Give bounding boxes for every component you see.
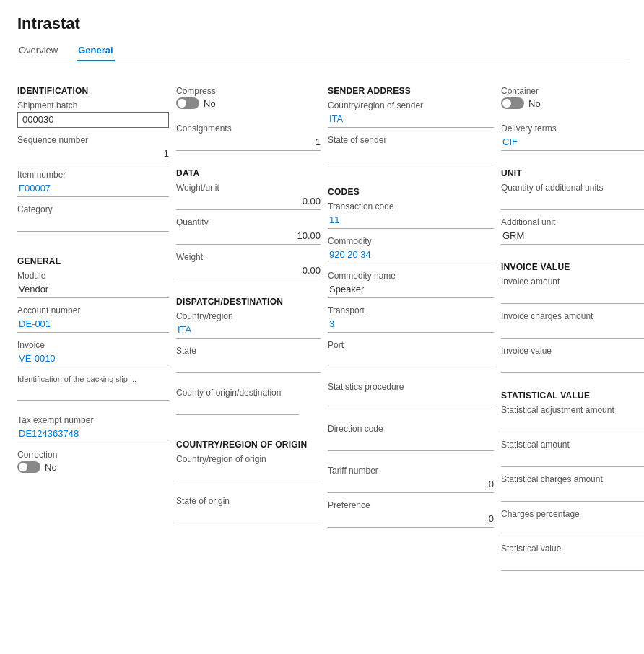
tariff-number-value: 0 <box>328 477 494 493</box>
consignments-field: Consignments 1 <box>176 123 321 151</box>
consignments-value: 1 <box>176 135 321 151</box>
page-title: Intrastat <box>17 14 627 33</box>
tab-overview[interactable]: Overview <box>17 40 59 61</box>
weight-value: 0.00 <box>176 263 321 279</box>
invoice-charges-value: 0.00 <box>501 323 644 339</box>
state-of-origin-field: State of origin <box>176 496 321 531</box>
state-of-origin-value <box>176 507 321 523</box>
module-value: Vendor <box>17 282 169 298</box>
compress-toggle[interactable] <box>176 97 199 109</box>
stat-adjustment-field: Statistical adjustment amount 0.00 <box>501 405 644 432</box>
transaction-code-value[interactable]: 11 <box>328 213 494 229</box>
port-field: Port <box>328 340 494 375</box>
direction-code-value <box>328 435 494 451</box>
identification-section: IDENTIFICATION <box>17 86 169 96</box>
delivery-terms-value[interactable]: CIF <box>501 135 644 151</box>
direction-code-field: Direction code <box>328 424 494 458</box>
invoice-charges-field: Invoice charges amount 0.00 <box>501 311 644 339</box>
account-number-value[interactable]: DE-001 <box>17 317 169 333</box>
transport-value[interactable]: 3 <box>328 317 494 333</box>
commodity-field: Commodity 920 20 34 <box>328 236 494 263</box>
preference-field: Preference 0 <box>328 500 494 528</box>
packing-slip-value <box>17 385 169 401</box>
compress-field: Compress No <box>176 86 321 116</box>
module-field: Module Vendor <box>17 271 169 298</box>
account-number-field: Account number DE-001 <box>17 305 169 333</box>
correction-toggle[interactable] <box>17 461 40 473</box>
invoice-value[interactable]: VE-0010 <box>17 352 169 367</box>
invoice-field: Invoice VE-0010 <box>17 340 169 367</box>
col-4: Container No Delivery terms CIF UNIT Qua… <box>501 76 644 578</box>
col-2: Compress No Consignments 1 DATA Weight/u… <box>176 76 321 538</box>
preference-value: 0 <box>328 512 494 528</box>
col-1: IDENTIFICATION Shipment batch 000030 Seq… <box>17 76 169 487</box>
state-sender-field: State of sender <box>328 135 494 170</box>
container-toggle-label: No <box>528 98 541 109</box>
container-field: Container No <box>501 86 644 116</box>
charges-percentage-value: 0.00 <box>501 520 644 536</box>
item-number-field: Item number F00007 <box>17 170 169 197</box>
dispatch-section: DISPATCH/DESTINATION <box>176 297 321 307</box>
country-sender-value[interactable]: ITA <box>328 112 494 128</box>
delivery-terms-field: Delivery terms CIF <box>501 123 644 151</box>
stat-amount-value: 0.00 <box>501 451 644 467</box>
dispatch-country-value[interactable]: ITA <box>176 323 321 339</box>
invoice-amount-value: 0.00 <box>501 288 644 304</box>
invoice-value-value: 0.00 <box>501 357 644 373</box>
compress-toggle-row: No <box>176 97 321 109</box>
category-value <box>17 216 169 232</box>
category-field: Category <box>17 204 169 239</box>
quantity-additional-field: Quantity of additional units 10.00 <box>501 183 644 210</box>
container-toggle[interactable] <box>501 97 524 109</box>
weight-unit-field: Weight/unit 0.00 <box>176 183 321 210</box>
tax-exempt-field: Tax exempt number DE124363748 <box>17 415 169 442</box>
shipment-batch-field: Shipment batch 000030 <box>17 100 169 128</box>
general-section: GENERAL <box>17 256 169 266</box>
item-number-value[interactable]: F00007 <box>17 181 169 197</box>
col-3: SENDER ADDRESS Country/region of sender … <box>328 76 494 535</box>
invoice-value-field: Invoice value 0.00 <box>501 346 644 373</box>
commodity-name-value: Speaker <box>328 282 494 298</box>
statistical-value-section: STATISTICAL VALUE <box>501 391 644 401</box>
codes-section: CODES <box>328 187 494 197</box>
container-toggle-row: No <box>501 97 644 109</box>
state-sender-value <box>328 147 494 162</box>
tab-general[interactable]: General <box>77 40 114 61</box>
quantity-field: Quantity 10.00 <box>176 217 321 245</box>
quantity-value: 10.00 <box>176 229 321 245</box>
correction-toggle-row: No <box>17 461 169 473</box>
commodity-name-field: Commodity name Speaker <box>328 271 494 298</box>
stat-amount-field: Statistical amount 0.00 <box>501 440 644 467</box>
quantity-additional-value: 10.00 <box>501 194 644 210</box>
charges-percentage-field: Charges percentage 0.00 <box>501 509 644 536</box>
data-section: DATA <box>176 168 321 178</box>
compress-toggle-label: No <box>204 98 216 109</box>
country-region-origin-section: COUNTRY/REGION OF ORIGIN <box>176 440 321 450</box>
tariff-number-field: Tariff number 0 <box>328 466 494 493</box>
additional-unit-value: GRM <box>501 229 644 245</box>
country-region-origin-value <box>176 466 321 481</box>
county-origin-field: County of origin/destination <box>176 388 321 422</box>
tab-bar: Overview General <box>17 40 627 61</box>
sender-address-section: SENDER ADDRESS <box>328 86 494 96</box>
tax-exempt-value[interactable]: DE124363748 <box>17 427 169 442</box>
shipment-batch-value[interactable]: 000030 <box>17 112 169 128</box>
transaction-code-field: Transaction code 11 <box>328 201 494 229</box>
correction-field: Correction No <box>17 450 169 480</box>
dispatch-state-field: State <box>176 346 321 380</box>
stat-value-field: Statistical value 0.00 <box>501 544 644 571</box>
commodity-value[interactable]: 920 20 34 <box>328 248 494 263</box>
form-grid: IDENTIFICATION Shipment batch 000030 Seq… <box>17 76 627 578</box>
statistics-procedure-value <box>328 393 494 409</box>
statistics-procedure-field: Statistics procedure <box>328 382 494 417</box>
sequence-number-field: Sequence number 1 <box>17 135 169 162</box>
port-value <box>328 352 494 367</box>
correction-toggle-label: No <box>45 462 57 473</box>
invoice-amount-field: Invoice amount 0.00 <box>501 276 644 304</box>
sequence-number-value: 1 <box>17 147 169 162</box>
stat-charges-value: 0.00 <box>501 486 644 502</box>
stat-value-value: 0.00 <box>501 555 644 571</box>
county-origin-value <box>176 399 299 415</box>
packing-slip-field: Identification of the packing slip ... <box>17 375 169 408</box>
country-sender-field: Country/region of sender ITA <box>328 100 494 128</box>
